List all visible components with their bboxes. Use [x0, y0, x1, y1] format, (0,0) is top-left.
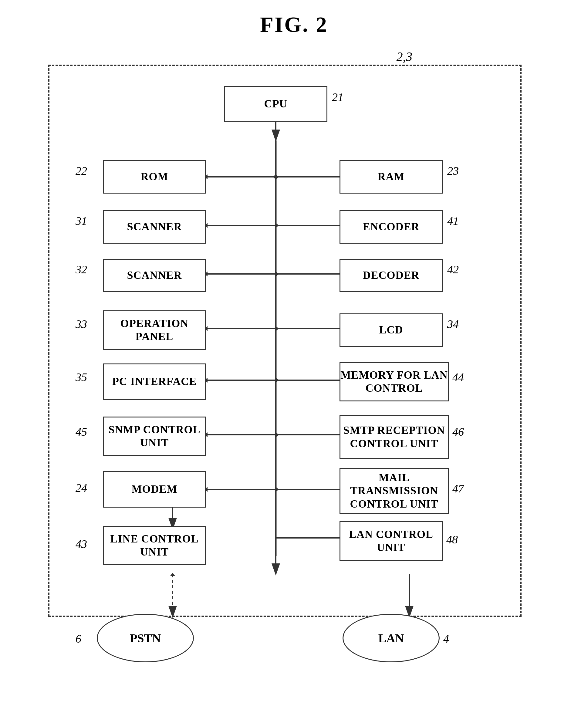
ref-44: 44 — [453, 370, 464, 384]
lan-ellipse: LAN — [342, 614, 440, 662]
ref-43: 43 — [76, 537, 87, 551]
scanner2-block: SCANNER — [103, 259, 206, 292]
memlan-block: MEMORY FOR LAN CONTROL — [339, 362, 449, 401]
lcd-block: LCD — [339, 313, 443, 347]
ref-31: 31 — [76, 214, 87, 228]
snmp-block: SNMP CONTROL UNIT — [103, 417, 206, 456]
cpu-block: CPU — [224, 86, 328, 122]
encoder-block: ENCODER — [339, 210, 443, 243]
scanner1-block: SCANNER — [103, 210, 206, 243]
pcif-block: PC INTERFACE — [103, 363, 206, 400]
lancu-block: LAN CONTROL UNIT — [339, 521, 443, 561]
ref-47: 47 — [453, 482, 464, 495]
decoder-block: DECODER — [339, 259, 443, 292]
figure-title: FIG. 2 — [260, 12, 328, 37]
ref-21: 21 — [332, 90, 343, 104]
modem-block: MODEM — [103, 471, 206, 508]
opanel-block: OPERATION PANEL — [103, 311, 206, 350]
smtp-block: SMTP RECEPTION CONTROL UNIT — [339, 415, 449, 459]
ref-4: 4 — [443, 632, 449, 645]
ref-34: 34 — [447, 317, 459, 331]
ref-33: 33 — [76, 317, 87, 331]
ref-label-23: 2,3 — [397, 49, 413, 64]
ref-41: 41 — [447, 214, 459, 228]
pstn-ellipse: PSTN — [97, 614, 194, 662]
ref-22: 22 — [76, 164, 87, 177]
ref-6: 6 — [76, 632, 81, 645]
ref-32: 32 — [76, 263, 87, 276]
ref-35: 35 — [76, 370, 87, 384]
ref-48: 48 — [446, 533, 458, 546]
ref-42: 42 — [447, 263, 459, 276]
ram-block: RAM — [339, 160, 443, 194]
ref-46: 46 — [453, 425, 464, 439]
ref-23: 23 — [447, 164, 459, 177]
mailtx-block: MAIL TRANSMISSION CONTROL UNIT — [339, 468, 449, 514]
line-block: LINE CONTROL UNIT — [103, 526, 206, 565]
ref-24: 24 — [76, 481, 87, 494]
ref-45: 45 — [76, 425, 87, 439]
rom-block: ROM — [103, 160, 206, 194]
